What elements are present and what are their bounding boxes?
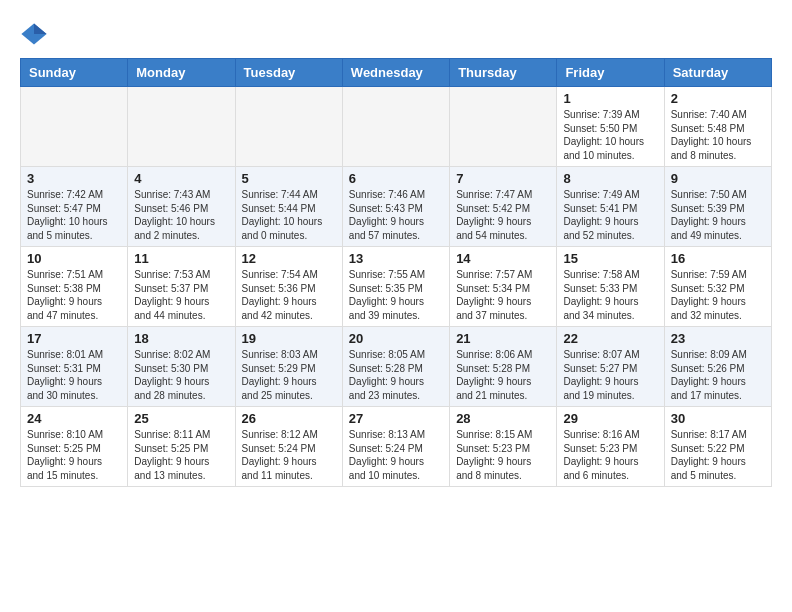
day-number: 10 — [27, 251, 121, 266]
week-row-3: 10Sunrise: 7:51 AM Sunset: 5:38 PM Dayli… — [21, 247, 772, 327]
calendar-cell: 28Sunrise: 8:15 AM Sunset: 5:23 PM Dayli… — [450, 407, 557, 487]
day-number: 30 — [671, 411, 765, 426]
calendar-cell: 27Sunrise: 8:13 AM Sunset: 5:24 PM Dayli… — [342, 407, 449, 487]
calendar-cell — [128, 87, 235, 167]
weekday-header-friday: Friday — [557, 59, 664, 87]
calendar-cell: 18Sunrise: 8:02 AM Sunset: 5:30 PM Dayli… — [128, 327, 235, 407]
calendar-cell: 21Sunrise: 8:06 AM Sunset: 5:28 PM Dayli… — [450, 327, 557, 407]
cell-text: Sunrise: 7:59 AM Sunset: 5:32 PM Dayligh… — [671, 268, 765, 322]
cell-text: Sunrise: 7:44 AM Sunset: 5:44 PM Dayligh… — [242, 188, 336, 242]
weekday-header-wednesday: Wednesday — [342, 59, 449, 87]
day-number: 5 — [242, 171, 336, 186]
cell-text: Sunrise: 7:57 AM Sunset: 5:34 PM Dayligh… — [456, 268, 550, 322]
week-row-5: 24Sunrise: 8:10 AM Sunset: 5:25 PM Dayli… — [21, 407, 772, 487]
calendar-cell — [450, 87, 557, 167]
day-number: 28 — [456, 411, 550, 426]
cell-text: Sunrise: 8:03 AM Sunset: 5:29 PM Dayligh… — [242, 348, 336, 402]
day-number: 4 — [134, 171, 228, 186]
cell-text: Sunrise: 7:39 AM Sunset: 5:50 PM Dayligh… — [563, 108, 657, 162]
logo — [20, 20, 52, 48]
week-row-1: 1Sunrise: 7:39 AM Sunset: 5:50 PM Daylig… — [21, 87, 772, 167]
weekday-header-monday: Monday — [128, 59, 235, 87]
calendar-cell — [342, 87, 449, 167]
calendar-cell: 7Sunrise: 7:47 AM Sunset: 5:42 PM Daylig… — [450, 167, 557, 247]
day-number: 3 — [27, 171, 121, 186]
day-number: 15 — [563, 251, 657, 266]
week-row-2: 3Sunrise: 7:42 AM Sunset: 5:47 PM Daylig… — [21, 167, 772, 247]
cell-text: Sunrise: 8:15 AM Sunset: 5:23 PM Dayligh… — [456, 428, 550, 482]
cell-text: Sunrise: 7:47 AM Sunset: 5:42 PM Dayligh… — [456, 188, 550, 242]
calendar-cell: 16Sunrise: 7:59 AM Sunset: 5:32 PM Dayli… — [664, 247, 771, 327]
calendar-cell: 15Sunrise: 7:58 AM Sunset: 5:33 PM Dayli… — [557, 247, 664, 327]
day-number: 25 — [134, 411, 228, 426]
day-number: 9 — [671, 171, 765, 186]
day-number: 11 — [134, 251, 228, 266]
weekday-header-tuesday: Tuesday — [235, 59, 342, 87]
cell-text: Sunrise: 7:58 AM Sunset: 5:33 PM Dayligh… — [563, 268, 657, 322]
cell-text: Sunrise: 7:42 AM Sunset: 5:47 PM Dayligh… — [27, 188, 121, 242]
day-number: 13 — [349, 251, 443, 266]
day-number: 22 — [563, 331, 657, 346]
calendar-cell: 3Sunrise: 7:42 AM Sunset: 5:47 PM Daylig… — [21, 167, 128, 247]
calendar-cell: 25Sunrise: 8:11 AM Sunset: 5:25 PM Dayli… — [128, 407, 235, 487]
day-number: 24 — [27, 411, 121, 426]
calendar-cell: 11Sunrise: 7:53 AM Sunset: 5:37 PM Dayli… — [128, 247, 235, 327]
cell-text: Sunrise: 8:01 AM Sunset: 5:31 PM Dayligh… — [27, 348, 121, 402]
calendar-cell: 9Sunrise: 7:50 AM Sunset: 5:39 PM Daylig… — [664, 167, 771, 247]
calendar-cell: 30Sunrise: 8:17 AM Sunset: 5:22 PM Dayli… — [664, 407, 771, 487]
cell-text: Sunrise: 7:40 AM Sunset: 5:48 PM Dayligh… — [671, 108, 765, 162]
week-row-4: 17Sunrise: 8:01 AM Sunset: 5:31 PM Dayli… — [21, 327, 772, 407]
calendar-cell: 26Sunrise: 8:12 AM Sunset: 5:24 PM Dayli… — [235, 407, 342, 487]
cell-text: Sunrise: 7:51 AM Sunset: 5:38 PM Dayligh… — [27, 268, 121, 322]
cell-text: Sunrise: 7:53 AM Sunset: 5:37 PM Dayligh… — [134, 268, 228, 322]
cell-text: Sunrise: 8:09 AM Sunset: 5:26 PM Dayligh… — [671, 348, 765, 402]
cell-text: Sunrise: 7:55 AM Sunset: 5:35 PM Dayligh… — [349, 268, 443, 322]
calendar-cell: 17Sunrise: 8:01 AM Sunset: 5:31 PM Dayli… — [21, 327, 128, 407]
calendar-cell: 22Sunrise: 8:07 AM Sunset: 5:27 PM Dayli… — [557, 327, 664, 407]
calendar-cell — [21, 87, 128, 167]
cell-text: Sunrise: 7:54 AM Sunset: 5:36 PM Dayligh… — [242, 268, 336, 322]
cell-text: Sunrise: 7:50 AM Sunset: 5:39 PM Dayligh… — [671, 188, 765, 242]
day-number: 12 — [242, 251, 336, 266]
weekday-header-thursday: Thursday — [450, 59, 557, 87]
day-number: 16 — [671, 251, 765, 266]
day-number: 26 — [242, 411, 336, 426]
calendar-cell — [235, 87, 342, 167]
calendar-cell: 10Sunrise: 7:51 AM Sunset: 5:38 PM Dayli… — [21, 247, 128, 327]
cell-text: Sunrise: 8:11 AM Sunset: 5:25 PM Dayligh… — [134, 428, 228, 482]
calendar-cell: 24Sunrise: 8:10 AM Sunset: 5:25 PM Dayli… — [21, 407, 128, 487]
cell-text: Sunrise: 8:16 AM Sunset: 5:23 PM Dayligh… — [563, 428, 657, 482]
calendar-cell: 2Sunrise: 7:40 AM Sunset: 5:48 PM Daylig… — [664, 87, 771, 167]
cell-text: Sunrise: 8:10 AM Sunset: 5:25 PM Dayligh… — [27, 428, 121, 482]
calendar-cell: 20Sunrise: 8:05 AM Sunset: 5:28 PM Dayli… — [342, 327, 449, 407]
day-number: 17 — [27, 331, 121, 346]
day-number: 14 — [456, 251, 550, 266]
weekday-header-row: SundayMondayTuesdayWednesdayThursdayFrid… — [21, 59, 772, 87]
calendar: SundayMondayTuesdayWednesdayThursdayFrid… — [20, 58, 772, 487]
day-number: 29 — [563, 411, 657, 426]
day-number: 19 — [242, 331, 336, 346]
day-number: 23 — [671, 331, 765, 346]
calendar-cell: 1Sunrise: 7:39 AM Sunset: 5:50 PM Daylig… — [557, 87, 664, 167]
calendar-cell: 23Sunrise: 8:09 AM Sunset: 5:26 PM Dayli… — [664, 327, 771, 407]
day-number: 8 — [563, 171, 657, 186]
day-number: 18 — [134, 331, 228, 346]
day-number: 6 — [349, 171, 443, 186]
cell-text: Sunrise: 7:46 AM Sunset: 5:43 PM Dayligh… — [349, 188, 443, 242]
weekday-header-sunday: Sunday — [21, 59, 128, 87]
calendar-cell: 8Sunrise: 7:49 AM Sunset: 5:41 PM Daylig… — [557, 167, 664, 247]
calendar-cell: 12Sunrise: 7:54 AM Sunset: 5:36 PM Dayli… — [235, 247, 342, 327]
cell-text: Sunrise: 8:13 AM Sunset: 5:24 PM Dayligh… — [349, 428, 443, 482]
calendar-cell: 14Sunrise: 7:57 AM Sunset: 5:34 PM Dayli… — [450, 247, 557, 327]
cell-text: Sunrise: 8:06 AM Sunset: 5:28 PM Dayligh… — [456, 348, 550, 402]
calendar-cell: 29Sunrise: 8:16 AM Sunset: 5:23 PM Dayli… — [557, 407, 664, 487]
svg-marker-1 — [34, 24, 47, 35]
day-number: 20 — [349, 331, 443, 346]
day-number: 7 — [456, 171, 550, 186]
cell-text: Sunrise: 7:49 AM Sunset: 5:41 PM Dayligh… — [563, 188, 657, 242]
cell-text: Sunrise: 8:05 AM Sunset: 5:28 PM Dayligh… — [349, 348, 443, 402]
weekday-header-saturday: Saturday — [664, 59, 771, 87]
page-header — [20, 20, 772, 48]
logo-icon — [20, 20, 48, 48]
day-number: 2 — [671, 91, 765, 106]
